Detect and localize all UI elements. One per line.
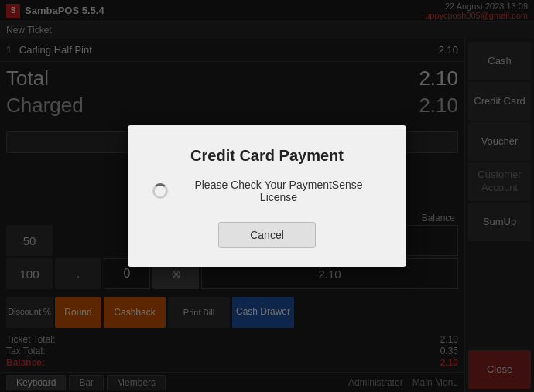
modal-spinner-row: Please Check Your PaymentSense License — [152, 179, 382, 203]
modal-title: Credit Card Payment — [152, 147, 382, 165]
modal-message: Please Check Your PaymentSense License — [176, 179, 382, 203]
modal-cancel-button[interactable]: Cancel — [218, 222, 316, 248]
loading-spinner — [152, 183, 168, 199]
modal: Credit Card Payment Please Check Your Pa… — [128, 125, 406, 267]
modal-overlay: Credit Card Payment Please Check Your Pa… — [0, 0, 534, 392]
